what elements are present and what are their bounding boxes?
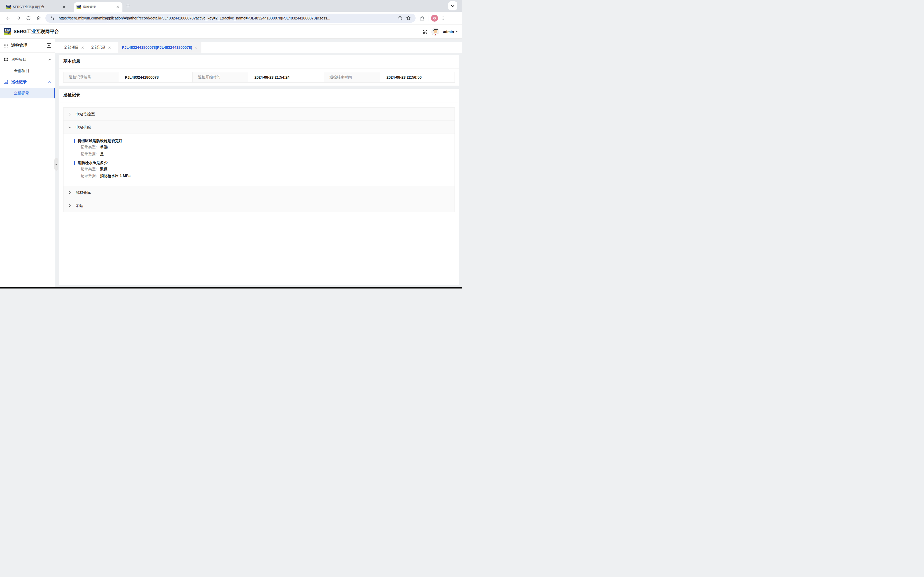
home-button[interactable] — [34, 13, 44, 23]
tab-label: 全部记录 — [91, 45, 106, 50]
reload-button[interactable] — [24, 13, 34, 23]
field-label: 巡检结束时间 — [324, 72, 380, 82]
sidebar-group-title: 巡检管理 — [11, 43, 47, 48]
record-item-title-row: 机组区域消防设施是否完好 — [74, 139, 455, 144]
basic-info-card: 基本信息 巡检记录编号 PJL4832441800078 巡检开始时间 2024… — [59, 55, 459, 85]
collapse-left-icon — [55, 163, 57, 166]
content-area: 全部项目 全部记录 PJL4832441800078(PJL4832441800… — [55, 39, 462, 287]
site-settings-icon[interactable] — [48, 14, 56, 22]
project-frame-icon — [4, 57, 8, 61]
panel-title: 电站机组 — [76, 125, 91, 130]
chrome-menu-icon[interactable] — [441, 16, 445, 21]
app-header: SERG工业互联网平台 admin — [0, 25, 462, 39]
sidebar-item-all-projects[interactable]: 全部项目 — [0, 65, 55, 76]
field-value: 2024-08-23 21:54:24 — [248, 72, 324, 82]
field-label: 巡检记录编号 — [63, 72, 118, 82]
chevron-right-icon — [68, 204, 72, 208]
divider — [428, 16, 428, 21]
content-tab-all-records[interactable]: 全部记录 — [91, 42, 111, 53]
tab-close-icon[interactable] — [116, 5, 120, 9]
record-collapse-panels: 电站监控室 电站机组 机组区域消防设施是否完好 — [63, 108, 455, 212]
apps-grid-icon — [4, 44, 8, 48]
browser-url-bar: https://serg.mixyun.com/mixapplication/#… — [0, 12, 462, 25]
panel-pump-station: 泵站 — [63, 199, 455, 212]
sidebar-app-switcher[interactable]: 巡检管理 — [0, 39, 55, 53]
record-type-value: 数值 — [100, 167, 108, 171]
forward-button[interactable] — [13, 13, 24, 23]
panel-equipment-warehouse: 器材仓库 — [63, 186, 455, 199]
content-tab-all-projects[interactable]: 全部项目 — [64, 42, 84, 53]
record-type-row: 记录类型: 单选 — [81, 144, 455, 151]
panel-header[interactable]: 电站监控室 — [63, 108, 455, 121]
sidebar-item-label: 全部记录 — [14, 91, 29, 96]
user-avatar[interactable] — [431, 28, 439, 36]
record-section-title: 巡检记录 — [63, 89, 455, 98]
panel-monitor-room: 电站监控室 — [63, 108, 455, 121]
sidebar-item-label: 巡检记录 — [11, 79, 48, 84]
tab-search-button[interactable] — [448, 1, 457, 10]
record-item-title-row: 消防栓水压是多少 — [74, 160, 455, 166]
panel-header[interactable]: 器材仓库 — [63, 186, 455, 199]
select-box-icon[interactable] — [47, 43, 51, 48]
new-tab-button[interactable] — [124, 2, 132, 10]
sidebar: 巡检管理 巡检项目 全部项目 — [0, 39, 55, 287]
chevron-right-icon — [68, 112, 72, 116]
tab-close-icon[interactable] — [62, 5, 66, 9]
tab-close-icon[interactable] — [108, 47, 111, 49]
blue-marker-bar — [74, 139, 75, 143]
back-button[interactable] — [3, 13, 13, 23]
record-type-label: 记录类型: — [81, 167, 97, 171]
record-type-row: 记录类型: 数值 — [81, 166, 455, 172]
erg-favicon — [77, 5, 81, 9]
browser-tab-1[interactable]: SERG工业互联网平台 — [4, 2, 69, 12]
browser-profile-avatar[interactable]: G — [431, 15, 438, 22]
sidebar-item-inspection-projects[interactable]: 巡检项目 — [0, 54, 55, 65]
bookmark-star-icon[interactable] — [405, 14, 413, 22]
browser-tab-title: SERG工业互联网平台 — [13, 5, 60, 9]
chevron-right-icon — [68, 191, 72, 194]
sidebar-menu: 巡检项目 全部项目 巡检记录 — [0, 53, 55, 98]
chevron-down-icon — [456, 31, 458, 32]
field-value: PJL4832441800078 — [118, 72, 193, 82]
erg-logo — [4, 28, 11, 35]
calculator-icon — [4, 80, 8, 84]
chevron-up-icon — [48, 81, 51, 83]
record-data-label: 记录数据: — [81, 152, 97, 156]
chevron-up-icon — [48, 59, 51, 61]
sidebar-item-all-records[interactable]: 全部记录 — [0, 88, 55, 98]
panel-content: 机组区域消防设施是否完好 记录类型: 单选 记录数据: 是 — [63, 134, 455, 186]
window-bottom-edge — [0, 287, 462, 288]
url-omnibox[interactable]: https://serg.mixyun.com/mixapplication/#… — [45, 14, 416, 23]
content-tab-record-detail[interactable]: PJL4832441800078(PJL4832441800078) — [118, 42, 202, 53]
record-data-value: 是 — [100, 152, 104, 156]
chrome-right-controls: G — [419, 15, 445, 22]
record-item-title: 机组区域消防设施是否完好 — [77, 139, 123, 143]
sidebar-item-label: 全部项目 — [14, 68, 29, 73]
record-type-value: 单选 — [100, 145, 108, 150]
tab-close-icon[interactable] — [195, 47, 197, 49]
tab-close-icon[interactable] — [81, 47, 84, 49]
extensions-icon[interactable] — [419, 15, 425, 21]
browser-tab-strip: SERG工业互联网平台 巡检管理 — [0, 0, 462, 12]
record-data-row: 记录数据: 消防栓水压 1 MPa — [81, 172, 455, 179]
sidebar-item-inspection-records[interactable]: 巡检记录 — [0, 77, 55, 87]
browser-tab-2-active[interactable]: 巡检管理 — [74, 2, 123, 12]
zoom-out-icon[interactable] — [397, 14, 405, 22]
panel-header[interactable]: 泵站 — [63, 199, 455, 212]
tab-label: PJL4832441800078(PJL4832441800078) — [122, 45, 192, 50]
field-label: 巡检开始时间 — [193, 72, 248, 82]
user-menu[interactable]: admin — [443, 30, 458, 34]
browser-tab-title: 巡检管理 — [83, 5, 113, 9]
basic-info-table: 巡检记录编号 PJL4832441800078 巡检开始时间 2024-08-2… — [63, 72, 455, 83]
panel-header[interactable]: 电站机组 — [63, 121, 455, 134]
record-data-value: 消防栓水压 1 MPa — [100, 174, 131, 178]
record-data-label: 记录数据: — [81, 174, 97, 178]
fullscreen-icon[interactable] — [423, 29, 427, 34]
sidebar-collapse-handle[interactable] — [55, 158, 58, 171]
panel-title: 电站监控室 — [76, 112, 95, 117]
record-data-row: 记录数据: 是 — [81, 151, 455, 158]
app-title: SERG工业互联网平台 — [14, 29, 59, 35]
record-item-title: 消防栓水压是多少 — [77, 161, 108, 165]
url-text[interactable]: https://serg.mixyun.com/mixapplication/#… — [59, 16, 397, 20]
record-type-label: 记录类型: — [81, 145, 97, 150]
